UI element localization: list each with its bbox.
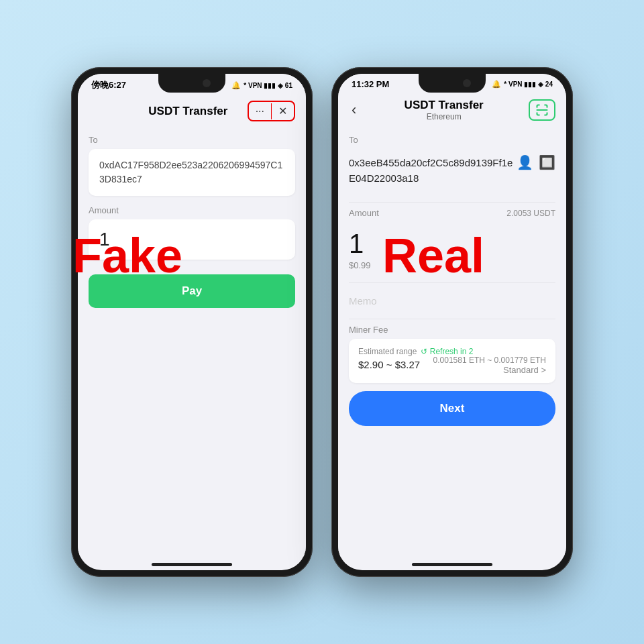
app-subtitle-right: Ethereum (427, 112, 462, 121)
amount-label-row-left: Amount (89, 205, 295, 215)
more-btn-left[interactable]: ··· (249, 103, 271, 120)
battery-icon-left: 🔔 (231, 81, 241, 90)
amount-input-left[interactable]: 1 (89, 219, 295, 260)
to-address-right[interactable]: 0x3eeB455da20cf2C5c89d9139Ff1eE04D22003a… (349, 149, 517, 193)
estimated-label: Estimated range (358, 347, 417, 356)
bell-icon-right: 🔔 (492, 80, 501, 89)
time-left: 傍晚6:27 (91, 79, 126, 91)
header-btn-group-left[interactable]: ··· ✕ (248, 101, 295, 121)
scan-button[interactable] (529, 99, 555, 121)
left-phone-wrapper: 傍晚6:27 🔔 * VPN ▮▮▮ ◈ 61 USDT Transfer ··… (71, 67, 313, 577)
amount-label-left: Amount (89, 205, 119, 215)
comparison-container: 傍晚6:27 🔔 * VPN ▮▮▮ ◈ 61 USDT Transfer ··… (71, 67, 573, 577)
miner-fee-title: Miner Fee (349, 325, 555, 335)
divider-1 (349, 202, 555, 203)
app-header-left: USDT Transfer ··· ✕ (78, 94, 306, 127)
notch-left (158, 74, 225, 93)
qr-icon[interactable]: 🔲 (539, 154, 555, 170)
home-indicator-right (412, 563, 492, 566)
memo-input-right[interactable]: Memo (349, 288, 555, 313)
camera-dot-right (463, 79, 471, 87)
to-label-left: To (89, 135, 295, 145)
to-address-left[interactable]: 0xdAC17F958D2ee523a2206206994597C13D831e… (89, 149, 295, 196)
amount-usd-right: $0.99 (349, 260, 555, 270)
left-phone: 傍晚6:27 🔔 * VPN ▮▮▮ ◈ 61 USDT Transfer ··… (71, 67, 313, 577)
to-label-right: To (349, 135, 555, 145)
pay-button[interactable]: Pay (89, 274, 295, 308)
address-icons: 👤 🔲 (517, 149, 555, 170)
contact-icon[interactable]: 👤 (517, 154, 533, 170)
app-content-right: To 0x3eeB455da20cf2C5c89d9139Ff1eE04D220… (338, 127, 566, 557)
refresh-text[interactable]: ↺ Refresh in 2 (421, 347, 473, 356)
back-button[interactable]: ‹ (349, 101, 359, 119)
signal-icon-right: * VPN ▮▮▮ ◈ 24 (504, 80, 553, 88)
status-icons-right: 🔔 * VPN ▮▮▮ ◈ 24 (492, 80, 553, 89)
right-phone-screen: 11:32 PM 🔔 * VPN ▮▮▮ ◈ 24 ‹ USDT Transfe… (338, 74, 566, 570)
signal-icon-left: * VPN ▮▮▮ ◈ 61 (244, 82, 292, 89)
right-phone-wrapper: 11:32 PM 🔔 * VPN ▮▮▮ ◈ 24 ‹ USDT Transfe… (331, 67, 573, 577)
amount-label-row-right: Amount 2.0053 USDT (349, 208, 555, 218)
amount-big-right: 1 (349, 229, 555, 259)
miner-fee-box: Estimated range ↺ Refresh in 2 $2.90 ~ $… (349, 339, 555, 383)
app-content-left: To 0xdAC17F958D2ee523a2206206994597C13D8… (78, 127, 306, 557)
header-center-right: USDT Transfer Ethereum (359, 99, 529, 121)
close-btn-left[interactable]: ✕ (272, 102, 294, 120)
miner-fee-section: Miner Fee Estimated range ↺ Refresh in 2… (349, 325, 555, 383)
status-icons-left: 🔔 * VPN ▮▮▮ ◈ 61 (231, 81, 292, 90)
fee-eth: 0.001581 ETH ~ 0.001779 ETH (433, 356, 546, 365)
standard-button[interactable]: Standard > (503, 365, 546, 375)
next-button[interactable]: Next (349, 391, 555, 426)
notch-right (419, 74, 486, 93)
home-indicator-left (152, 563, 232, 566)
app-title-right: USDT Transfer (405, 99, 484, 112)
header-center-left: USDT Transfer (129, 105, 248, 118)
amount-max-right: 2.0053 USDT (506, 209, 555, 218)
camera-dot-left (203, 79, 211, 87)
amount-section-right[interactable]: 1 $0.99 (349, 222, 555, 277)
divider-3 (349, 319, 555, 319)
time-right: 11:32 PM (352, 79, 389, 89)
right-phone: 11:32 PM 🔔 * VPN ▮▮▮ ◈ 24 ‹ USDT Transfe… (331, 67, 573, 577)
amount-label-right: Amount (349, 208, 379, 218)
divider-2 (349, 282, 555, 283)
left-phone-screen: 傍晚6:27 🔔 * VPN ▮▮▮ ◈ 61 USDT Transfer ··… (78, 74, 306, 570)
app-header-right: ‹ USDT Transfer Ethereum (338, 92, 566, 127)
scan-icon (535, 103, 549, 117)
to-row-right: 0x3eeB455da20cf2C5c89d9139Ff1eE04D22003a… (349, 149, 555, 193)
app-title-left: USDT Transfer (148, 105, 227, 118)
